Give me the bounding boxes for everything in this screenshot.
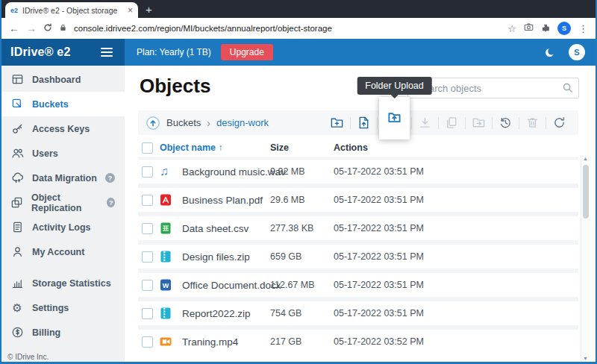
row-checkbox[interactable] xyxy=(142,336,153,348)
file-modified: 05-17-2022 03:51 PM xyxy=(334,308,578,318)
file-modified: 05-17-2022 03:51 PM xyxy=(334,251,578,262)
breadcrumb-separator: › xyxy=(207,117,210,129)
breadcrumb: Buckets › design-work xyxy=(146,116,269,131)
sidebar-item-access-keys[interactable]: Access Keys xyxy=(1,116,125,141)
row-checkbox[interactable] xyxy=(142,195,153,206)
table-row: W Office Document.docx 112.67 MB 05-17-2… xyxy=(138,273,578,297)
storage-statistics-icon xyxy=(10,277,24,289)
browser-address-bar: ← → console.idrivee2.com/region/MI/bucke… xyxy=(1,18,596,39)
file-size: 29.6 MB xyxy=(270,195,334,205)
browser-tab[interactable]: e2 IDrive® e2 - Object storage × xyxy=(5,2,138,18)
back-icon[interactable]: ← xyxy=(9,23,19,34)
sidebar-item-label: Users xyxy=(32,148,58,159)
table-row: Business Plan.pdf 29.6 MB 05-17-2022 03:… xyxy=(138,188,578,212)
sidebar-item-label: Object Replication xyxy=(31,192,99,213)
row-checkbox[interactable] xyxy=(142,251,153,263)
extensions-puzzle-icon[interactable] xyxy=(541,22,550,35)
bucket-circle-icon[interactable] xyxy=(146,116,160,131)
row-checkbox[interactable] xyxy=(142,223,153,234)
sidebar-item-buckets[interactable]: Buckets xyxy=(1,92,125,116)
browser-window: e2 IDrive® e2 - Object storage × + ← → c… xyxy=(0,0,597,364)
sidebar-item-users[interactable]: Users xyxy=(1,141,125,166)
row-checkbox[interactable] xyxy=(142,280,153,291)
sidebar-item-billing[interactable]: Billing xyxy=(1,320,125,345)
folder-upload-tooltip: Folder Upload xyxy=(357,77,432,95)
file-name[interactable]: Data sheet.csv xyxy=(182,223,270,234)
browser-menu-icon[interactable]: ⋮ xyxy=(578,23,588,34)
file-name[interactable]: Office Document.docx xyxy=(182,280,270,291)
file-size: 217 GB xyxy=(270,336,334,347)
move-icon xyxy=(466,116,492,130)
restore-icon[interactable] xyxy=(493,116,519,130)
sidebar-item-label: Access Keys xyxy=(32,124,90,134)
column-object-name[interactable]: Object name ↑ xyxy=(160,142,270,153)
refresh-icon[interactable] xyxy=(546,116,572,130)
table-rows: ♫ Background music.wav 9.92 MB 05-17-202… xyxy=(138,157,578,354)
close-tab-icon[interactable]: × xyxy=(128,6,133,15)
file-name[interactable]: Report2022.zip xyxy=(182,308,270,319)
row-checkbox[interactable] xyxy=(142,308,153,319)
docx-file-icon: W xyxy=(160,279,182,291)
lock-icon xyxy=(59,22,67,35)
table-row: Report2022.zip 754 GB 05-17-2022 03:51 P… xyxy=(138,301,578,325)
file-modified: 05-17-2022 03:52 PM xyxy=(334,336,578,347)
select-all-checkbox[interactable] xyxy=(142,142,153,154)
breadcrumb-current-bucket[interactable]: design-work xyxy=(216,117,269,128)
file-modified: 05-17-2022 03:51 PM xyxy=(334,166,578,177)
download-icon xyxy=(412,116,438,130)
billing-icon xyxy=(10,326,24,339)
help-badge[interactable]: ? xyxy=(107,198,115,207)
new-tab-icon[interactable]: + xyxy=(146,3,152,16)
help-badge[interactable]: ? xyxy=(105,173,115,183)
delete-icon xyxy=(519,116,546,130)
search-icon xyxy=(562,82,573,96)
column-size[interactable]: Size xyxy=(270,142,334,153)
upgrade-button[interactable]: Upgrade xyxy=(221,44,273,60)
sidebar-item-my-account[interactable]: My Account xyxy=(1,239,125,264)
sidebar-nav: DashboardBucketsAccess KeysUsersData Mig… xyxy=(1,67,125,345)
sidebar-item-settings[interactable]: ⚙Settings xyxy=(1,295,125,320)
sidebar: DashboardBucketsAccess KeysUsersData Mig… xyxy=(1,66,125,364)
browser-tab-strip: e2 IDrive® e2 - Object storage × + xyxy=(1,0,596,18)
sidebar-item-label: Dashboard xyxy=(32,75,81,85)
sidebar-item-label: Buckets xyxy=(32,99,69,110)
settings-icon: ⚙ xyxy=(10,302,24,313)
reload-icon[interactable] xyxy=(43,22,52,35)
file-modified: 05-17-2022 03:51 PM xyxy=(334,195,578,205)
account-avatar[interactable]: S xyxy=(569,44,585,60)
sidebar-item-object-replication[interactable]: Object Replication? xyxy=(1,190,125,215)
dashboard-icon xyxy=(10,73,24,86)
file-name[interactable]: Design files.zip xyxy=(182,251,270,263)
screenshot-camera-icon[interactable] xyxy=(524,22,534,35)
breadcrumb-toolbar-bar: Buckets › design-work Folder Upload xyxy=(138,110,578,135)
search-input[interactable] xyxy=(407,78,579,98)
data-migration-icon xyxy=(10,172,24,184)
forward-icon[interactable]: → xyxy=(26,23,37,34)
file-name[interactable]: Business Plan.pdf xyxy=(182,195,270,206)
scroll-up-icon[interactable]: ▲ xyxy=(583,155,588,163)
browser-profile-avatar[interactable]: S xyxy=(557,22,571,35)
scrollbar-thumb[interactable] xyxy=(583,165,589,219)
scroll-down-icon[interactable]: ▼ xyxy=(583,355,588,363)
sidebar-item-storage-statistics[interactable]: Storage Statistics xyxy=(1,271,125,295)
sidebar-item-activity-logs[interactable]: Activity Logs xyxy=(1,215,125,239)
vertical-scrollbar[interactable]: ▲ ▼ xyxy=(581,155,590,363)
table-row: Data sheet.csv 277.38 KB 05-17-2022 03:5… xyxy=(138,216,578,240)
idrive-e2-logo[interactable]: IDrive® e2 xyxy=(10,46,71,59)
hamburger-menu-icon[interactable] xyxy=(101,48,113,57)
sidebar-item-data-migration[interactable]: Data Migration? xyxy=(1,166,125,190)
sidebar-item-dashboard[interactable]: Dashboard xyxy=(1,67,125,92)
create-folder-icon[interactable] xyxy=(324,116,350,130)
upload-file-icon[interactable] xyxy=(351,116,377,130)
sidebar-item-label: Data Migration xyxy=(32,173,97,183)
dark-mode-moon-icon[interactable] xyxy=(544,47,555,58)
breadcrumb-buckets[interactable]: Buckets xyxy=(166,117,201,128)
sidebar-item-label: Activity Logs xyxy=(32,222,91,233)
file-name[interactable]: Background music.wav xyxy=(182,166,270,178)
upload-folder-icon[interactable]: Folder Upload xyxy=(379,97,410,139)
url-text[interactable]: console.idrivee2.com/region/MI/buckets/a… xyxy=(74,24,501,33)
row-checkbox[interactable] xyxy=(142,166,153,178)
bookmark-star-icon[interactable]: ☆ xyxy=(507,23,516,34)
file-name[interactable]: Traning.mp4 xyxy=(182,336,270,348)
file-size: 9.92 MB xyxy=(270,166,334,177)
